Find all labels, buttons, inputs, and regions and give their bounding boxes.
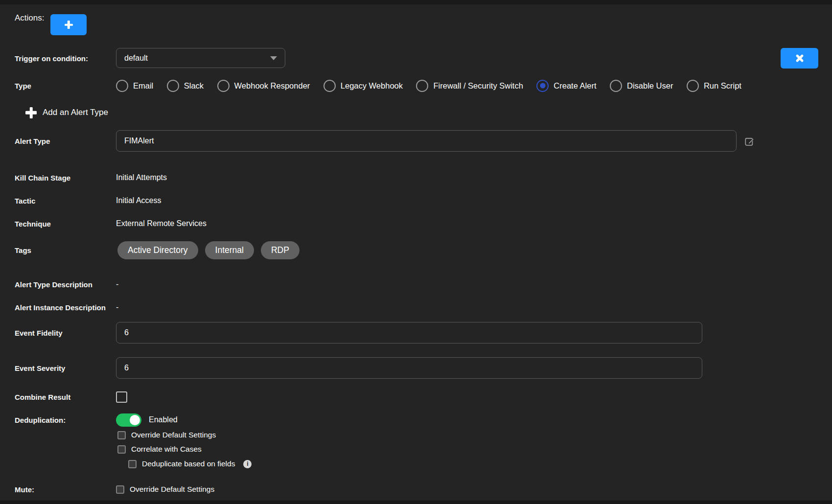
event-fidelity-row: Event Fidelity: [0, 322, 832, 344]
radio-label: Firewall / Security Switch: [433, 81, 523, 91]
radio-label: Legacy Webhook: [341, 81, 403, 91]
actions-row: Actions:: [0, 7, 832, 29]
event-severity-row: Event Severity: [0, 357, 832, 379]
combine-result-checkbox[interactable]: [116, 391, 127, 403]
dedup-correlate-row: Correlate with Cases: [0, 444, 832, 454]
plus-icon: [65, 21, 73, 29]
radio-label: Disable User: [627, 81, 673, 91]
radio-circle-icon: [610, 80, 622, 92]
event-severity-input[interactable]: [116, 357, 702, 379]
tags-row: Tags Active Directory Internal RDP: [0, 241, 832, 259]
tactic-row: Tactic Initial Access: [0, 195, 832, 206]
combine-result-row: Combine Result: [0, 391, 832, 403]
alert-instance-description-value: -: [116, 303, 118, 312]
mute-override-default-settings-checkbox[interactable]: [116, 485, 124, 494]
alert-type-description-row: Alert Type Description -: [0, 279, 832, 290]
kill-chain-stage-label: Kill Chain Stage: [15, 174, 70, 182]
bottom-border: [0, 501, 832, 504]
radio-label: Email: [133, 81, 153, 91]
radio-circle-icon: [416, 80, 428, 92]
remove-action-button[interactable]: [781, 48, 818, 69]
correlate-with-cases-checkbox[interactable]: [117, 445, 126, 454]
radio-label: Slack: [184, 81, 204, 91]
add-alert-type-button[interactable]: Add an Alert Type: [25, 105, 108, 120]
technique-row: Technique External Remote Services: [0, 218, 832, 229]
alert-instance-description-row: Alert Instance Description -: [0, 302, 832, 313]
trigger-condition-label: Trigger on condition:: [15, 54, 88, 62]
radio-webhook-responder[interactable]: Webhook Responder: [217, 80, 310, 92]
kill-chain-stage-value: Initial Attempts: [116, 173, 167, 182]
alert-type-label: Alert Type: [15, 137, 50, 145]
edit-icon[interactable]: [744, 136, 755, 146]
info-icon[interactable]: i: [243, 460, 252, 468]
radio-circle-icon: [324, 80, 336, 92]
radio-slack[interactable]: Slack: [167, 80, 204, 92]
tags-list: Active Directory Internal RDP: [117, 241, 300, 259]
deduplication-row: Deduplication: Enabled: [0, 413, 832, 427]
alert-type-input[interactable]: [116, 130, 737, 152]
trigger-condition-select[interactable]: default: [116, 48, 285, 68]
chevron-down-icon: [270, 56, 277, 60]
plus-icon: [25, 107, 37, 118]
radio-disable-user[interactable]: Disable User: [610, 80, 673, 92]
add-action-button[interactable]: [50, 14, 87, 35]
radio-label: Create Alert: [554, 81, 596, 91]
mute-override-default-settings-label: Override Default Settings: [130, 485, 214, 494]
correlate-with-cases-label: Correlate with Cases: [131, 445, 202, 454]
type-label: Type: [15, 82, 31, 90]
toggle-knob-icon: [130, 415, 140, 425]
top-border: [0, 0, 832, 4]
radio-circle-icon: [167, 80, 179, 92]
tactic-label: Tactic: [15, 197, 35, 205]
deduplicate-based-on-fields-checkbox[interactable]: [128, 460, 137, 468]
x-icon: [795, 54, 804, 63]
override-default-settings-label: Override Default Settings: [131, 431, 216, 439]
combine-result-label: Combine Result: [15, 393, 70, 401]
event-fidelity-input[interactable]: [116, 322, 702, 344]
alert-action-config-panel: Actions: Trigger on condition: default T…: [0, 0, 832, 504]
radio-circle-icon: [217, 80, 230, 92]
radio-create-alert[interactable]: Create Alert: [536, 80, 596, 92]
deduplication-label: Deduplication:: [15, 416, 66, 424]
radio-circle-icon: [687, 80, 699, 92]
deduplication-toggle[interactable]: [116, 413, 141, 427]
event-fidelity-label: Event Fidelity: [15, 329, 63, 337]
radio-circle-icon: [536, 80, 549, 92]
kill-chain-stage-row: Kill Chain Stage Initial Attempts: [0, 172, 832, 183]
alert-instance-description-label: Alert Instance Description: [15, 303, 106, 312]
add-alert-type-label: Add an Alert Type: [43, 108, 108, 117]
radio-circle-icon: [116, 80, 128, 92]
technique-label: Technique: [15, 220, 51, 228]
radio-run-script[interactable]: Run Script: [687, 80, 741, 92]
radio-email[interactable]: Email: [116, 80, 153, 92]
alert-type-description-label: Alert Type Description: [15, 280, 92, 289]
tag-chip: RDP: [261, 241, 300, 259]
deduplication-toggle-state: Enabled: [149, 415, 178, 424]
type-row: Type Email Slack Webhook Responder Legac…: [0, 78, 832, 93]
alert-type-description-value: -: [116, 280, 118, 289]
trigger-condition-value: default: [124, 54, 148, 63]
mute-row: Mute: Override Default Settings: [0, 484, 832, 494]
radio-firewall-security-switch[interactable]: Firewall / Security Switch: [416, 80, 523, 92]
add-alert-type-row: Add an Alert Type: [0, 105, 832, 120]
tags-label: Tags: [15, 246, 31, 254]
tag-chip: Internal: [205, 241, 254, 259]
radio-legacy-webhook[interactable]: Legacy Webhook: [324, 80, 403, 92]
dedup-fields-row: Deduplicate based on fields i: [0, 459, 832, 469]
deduplicate-based-on-fields-label: Deduplicate based on fields: [142, 459, 235, 468]
tactic-value: Initial Access: [116, 196, 161, 205]
dedup-override-row: Override Default Settings: [0, 430, 832, 440]
tag-chip: Active Directory: [117, 241, 198, 259]
actions-label: Actions:: [15, 13, 44, 23]
alert-type-row: Alert Type: [0, 130, 832, 152]
radio-label: Webhook Responder: [234, 81, 310, 91]
event-severity-label: Event Severity: [15, 364, 65, 372]
technique-value: External Remote Services: [116, 219, 207, 228]
action-type-radio-group: Email Slack Webhook Responder Legacy Web…: [116, 78, 741, 93]
radio-label: Run Script: [704, 81, 741, 91]
override-default-settings-checkbox[interactable]: [117, 431, 126, 439]
trigger-row: Trigger on condition: default: [0, 48, 832, 68]
mute-label: Mute:: [15, 485, 34, 494]
